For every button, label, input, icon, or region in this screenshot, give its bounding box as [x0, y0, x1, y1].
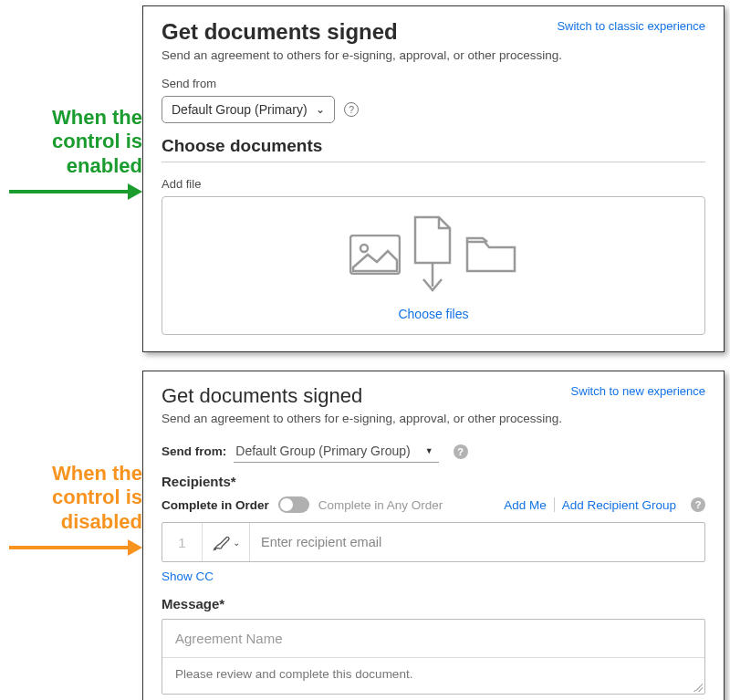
recipients-heading: Recipients* [162, 474, 705, 489]
help-icon[interactable]: ? [344, 102, 359, 117]
chevron-down-icon: ⌄ [233, 538, 240, 548]
send-from-label: Send from [162, 77, 705, 90]
send-from-value: Default Group (Primary Group) [235, 444, 410, 458]
page-subtitle: Send an agreement to others for e-signin… [162, 412, 705, 425]
file-download-icon [410, 215, 455, 294]
dropzone-icons [349, 215, 517, 294]
add-me-link[interactable]: Add Me [504, 498, 547, 512]
help-icon[interactable]: ? [454, 444, 468, 459]
section-divider [162, 162, 705, 162]
send-from-value: Default Group (Primary) [172, 102, 308, 117]
switch-classic-link[interactable]: Switch to classic experience [557, 19, 705, 33]
message-heading: Message* [162, 596, 705, 611]
panel-disabled-experience: Switch to new experience Get documents s… [142, 371, 725, 700]
triangle-down-icon: ▼ [425, 446, 433, 455]
arrow-enabled [5, 183, 142, 200]
add-recipient-group-link[interactable]: Add Recipient Group [562, 498, 676, 512]
recipient-email-input[interactable]: Enter recipient email [250, 523, 704, 561]
panel-enabled-experience: Switch to classic experience Get documen… [142, 5, 725, 352]
annotation-enabled: When the control is enabled [5, 5, 142, 200]
order-toggle[interactable] [278, 496, 309, 513]
choose-files-link[interactable]: Choose files [172, 307, 695, 321]
agreement-name-input[interactable]: Agreement Name [162, 620, 704, 658]
choose-documents-heading: Choose documents [162, 136, 705, 156]
pen-icon [213, 533, 231, 551]
complete-any-order-label: Complete in Any Order [318, 498, 443, 512]
recipient-role-select[interactable]: ⌄ [203, 523, 250, 561]
recipient-input-row: 1 ⌄ Enter recipient email [162, 522, 705, 562]
annotation-disabled: When the control is disabled [5, 371, 142, 556]
image-icon [349, 235, 401, 275]
send-from-select[interactable]: Default Group (Primary Group) ▼ [234, 440, 438, 463]
resize-grip-icon[interactable] [694, 683, 703, 692]
show-cc-link[interactable]: Show CC [162, 569, 705, 583]
add-file-label: Add file [162, 177, 705, 191]
folder-icon [464, 235, 517, 275]
recipient-index: 1 [162, 523, 203, 561]
send-from-label: Send from: [162, 444, 226, 458]
send-from-select[interactable]: Default Group (Primary) ⌄ [162, 96, 335, 123]
message-body-input[interactable]: Please review and complete this document… [162, 658, 704, 694]
link-divider [554, 497, 555, 512]
file-dropzone[interactable]: Choose files [162, 196, 705, 335]
switch-new-link[interactable]: Switch to new experience [571, 384, 705, 398]
page-subtitle: Send an agreement to others for e-signin… [162, 48, 705, 62]
message-box: Agreement Name Please review and complet… [162, 619, 705, 695]
chevron-down-icon: ⌄ [316, 103, 325, 116]
arrow-disabled [5, 539, 142, 556]
help-icon[interactable]: ? [691, 497, 705, 512]
svg-point-1 [360, 245, 368, 252]
complete-in-order-label: Complete in Order [162, 498, 269, 512]
